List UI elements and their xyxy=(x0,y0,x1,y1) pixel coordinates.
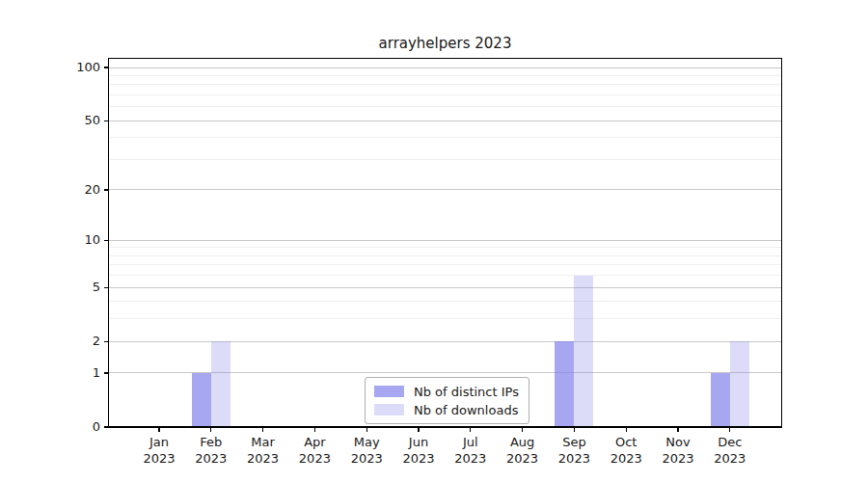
major-gridline xyxy=(109,189,781,190)
minor-gridline xyxy=(109,301,781,302)
x-tick-label: Dec2023 xyxy=(700,434,760,467)
x-tick-mark xyxy=(626,428,627,432)
x-tick-year: 2023 xyxy=(648,450,708,467)
x-tick-mark xyxy=(729,428,730,432)
top-spine xyxy=(108,58,783,59)
x-tick-label: Jul2023 xyxy=(441,434,501,467)
y-tick-mark xyxy=(104,67,108,67)
y-tick-mark xyxy=(104,372,108,373)
y-tick-mark xyxy=(104,287,108,288)
y-tick-label: 5 xyxy=(60,280,100,295)
x-tick-mark xyxy=(470,428,471,432)
y-tick-mark xyxy=(104,189,108,190)
x-tick-year: 2023 xyxy=(493,450,553,467)
x-tick-mark xyxy=(418,428,419,432)
y-tick-mark xyxy=(104,120,108,121)
x-tick-year: 2023 xyxy=(700,450,760,467)
minor-gridline xyxy=(109,75,781,76)
y-tick-label: 10 xyxy=(60,232,100,248)
legend-swatch-distinct-ips xyxy=(374,386,404,397)
minor-gridline xyxy=(109,106,781,107)
y-tick-label: 100 xyxy=(60,60,100,75)
minor-gridline xyxy=(109,318,781,319)
x-tick-month: Dec xyxy=(700,434,760,450)
x-tick-label: Apr2023 xyxy=(285,434,344,467)
bar-nb-of-downloads-dec xyxy=(730,341,749,426)
x-tick-month: Sep xyxy=(544,434,604,450)
x-tick-month: Apr xyxy=(285,434,344,450)
x-tick-year: 2023 xyxy=(544,450,604,467)
left-spine xyxy=(108,58,109,428)
y-tick-label: 0 xyxy=(60,419,100,435)
legend-entry-downloads: Nb of downloads xyxy=(374,403,529,417)
major-gridline xyxy=(109,120,781,121)
bottom-spine xyxy=(108,426,783,427)
minor-gridline xyxy=(109,275,781,276)
x-tick-month: Jan xyxy=(129,434,189,450)
x-tick-month: Nov xyxy=(648,434,708,450)
major-gridline xyxy=(109,287,781,288)
x-tick-mark xyxy=(262,428,263,432)
x-tick-mark xyxy=(210,428,211,432)
x-tick-label: Aug2023 xyxy=(493,434,553,467)
y-tick-mark xyxy=(104,341,108,342)
minor-gridline xyxy=(109,255,781,256)
chart-title: arrayhelpers 2023 xyxy=(109,35,781,52)
x-tick-month: Jul xyxy=(441,434,501,450)
y-tick-mark xyxy=(104,426,108,427)
bar-nb-of-distinct-ips-sep xyxy=(555,341,574,426)
x-tick-year: 2023 xyxy=(285,450,344,467)
minor-gridline xyxy=(109,264,781,265)
x-tick-month: Jun xyxy=(389,434,448,450)
x-tick-month: May xyxy=(337,434,396,450)
bar-nb-of-downloads-sep xyxy=(574,276,593,427)
x-tick-year: 2023 xyxy=(129,450,189,467)
major-gridline xyxy=(109,240,781,241)
major-gridline xyxy=(109,67,781,68)
y-tick-label: 50 xyxy=(60,113,100,128)
y-tick-label: 2 xyxy=(60,334,100,349)
x-tick-mark xyxy=(574,428,575,432)
minor-gridline xyxy=(109,94,781,95)
legend: Nb of distinct IPs Nb of downloads xyxy=(365,377,529,424)
x-tick-year: 2023 xyxy=(337,450,396,467)
x-tick-month: Oct xyxy=(596,434,656,450)
legend-entry-distinct-ips: Nb of distinct IPs xyxy=(374,385,529,399)
y-tick-label: 20 xyxy=(60,182,100,198)
x-tick-year: 2023 xyxy=(389,450,448,467)
x-tick-year: 2023 xyxy=(596,450,656,467)
x-tick-mark xyxy=(158,428,159,432)
major-gridline xyxy=(109,341,781,342)
minor-gridline xyxy=(109,247,781,248)
y-tick-mark xyxy=(104,240,108,241)
bar-nb-of-distinct-ips-feb xyxy=(192,373,211,426)
legend-swatch-downloads xyxy=(374,404,404,415)
legend-label-distinct-ips: Nb of distinct IPs xyxy=(414,385,519,399)
x-tick-mark xyxy=(677,428,678,432)
x-tick-label: Jun2023 xyxy=(389,434,448,467)
minor-gridline xyxy=(109,137,781,138)
x-tick-mark xyxy=(366,428,367,432)
x-tick-mark xyxy=(522,428,523,432)
right-spine xyxy=(781,58,782,428)
x-tick-month: Feb xyxy=(181,434,241,450)
x-tick-mark xyxy=(314,428,315,432)
x-tick-year: 2023 xyxy=(233,450,293,467)
x-tick-label: Oct2023 xyxy=(596,434,656,467)
x-tick-year: 2023 xyxy=(181,450,241,467)
x-tick-month: Aug xyxy=(493,434,553,450)
minor-gridline xyxy=(109,159,781,160)
y-tick-label: 1 xyxy=(60,365,100,381)
x-tick-label: Jan2023 xyxy=(129,434,189,467)
x-tick-label: May2023 xyxy=(337,434,396,467)
x-tick-month: Mar xyxy=(233,434,293,450)
legend-label-downloads: Nb of downloads xyxy=(414,403,518,417)
chart-figure: arrayhelpers 2023 0125102050100Jan2023Fe… xyxy=(0,0,868,482)
x-tick-label: Feb2023 xyxy=(181,434,241,467)
bar-nb-of-downloads-feb xyxy=(211,341,231,426)
x-tick-label: Nov2023 xyxy=(648,434,708,467)
minor-gridline xyxy=(109,84,781,85)
x-tick-label: Sep2023 xyxy=(544,434,604,467)
bar-nb-of-distinct-ips-dec xyxy=(711,373,730,426)
x-tick-year: 2023 xyxy=(441,450,501,467)
